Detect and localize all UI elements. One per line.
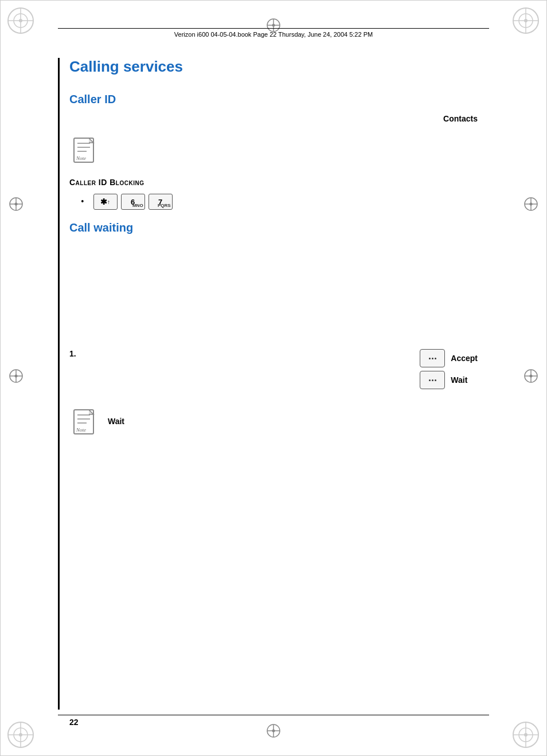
accept-label: Accept — [451, 354, 478, 363]
star-key: ✱ ↑ — [93, 194, 118, 210]
bottom-divider — [58, 715, 489, 715]
wait-key-icon — [420, 371, 445, 389]
accept-row: Accept — [420, 349, 478, 367]
key-6-mno: 6 MNO — [121, 194, 145, 210]
note-wait-label: Wait — [108, 417, 124, 426]
svg-point-31 — [15, 203, 18, 206]
left-bar — [58, 58, 60, 710]
wait-label: Wait — [451, 375, 467, 385]
mid-marker-right-top — [522, 195, 540, 213]
accept-key-icon — [420, 349, 445, 367]
svg-point-14 — [19, 733, 22, 737]
svg-text:Note: Note — [76, 155, 86, 161]
step1-keys: Accept Wait — [420, 349, 478, 389]
blocking-keys-row: • ✱ ↑ 6 MNO 7 PQRS — [69, 194, 478, 210]
svg-point-35 — [15, 375, 18, 378]
accept-key-dots — [429, 358, 436, 359]
svg-point-27 — [272, 730, 275, 733]
mid-marker-left-mid — [7, 367, 25, 385]
note-area-2: Note Wait — [69, 406, 478, 438]
mid-marker-bottom — [265, 722, 282, 739]
caller-id-title: Caller ID — [69, 93, 478, 106]
svg-point-19 — [524, 733, 528, 737]
svg-point-43 — [530, 375, 533, 378]
svg-text:Note: Note — [76, 427, 86, 433]
bullet-point: • — [81, 197, 84, 207]
caller-id-blocking-title: Caller ID Blocking — [69, 178, 478, 187]
contacts-label: Contacts — [69, 114, 478, 123]
svg-point-23 — [272, 24, 275, 27]
call-waiting-title: Call waiting — [69, 221, 478, 234]
page-number: 22 — [69, 718, 79, 727]
svg-point-39 — [530, 203, 533, 206]
main-title: Calling services — [69, 58, 478, 76]
wait-row: Wait — [420, 371, 467, 389]
note-icon-1: Note — [69, 135, 101, 166]
corner-marker-tl — [5, 5, 37, 37]
caller-id-blocking-section: Caller ID Blocking • ✱ ↑ 6 MNO 7 PQRS — [69, 178, 478, 210]
note-icon-2: Note — [69, 406, 101, 438]
corner-marker-tr — [510, 5, 542, 37]
svg-point-9 — [524, 19, 528, 22]
content-area: Calling services Caller ID Contacts Note… — [69, 58, 478, 710]
note-icon-area-1: Note — [69, 135, 478, 166]
header-text: Verizon i600 04-05-04.book Page 22 Thurs… — [174, 31, 373, 38]
key-7-pqrs: 7 PQRS — [149, 194, 173, 210]
step1-number: 1. — [69, 349, 84, 358]
page-container: Verizon i600 04-05-04.book Page 22 Thurs… — [0, 0, 547, 756]
corner-marker-bl — [5, 719, 37, 751]
svg-point-4 — [19, 19, 22, 22]
corner-marker-br — [510, 719, 542, 751]
mid-marker-left-top — [7, 195, 25, 213]
step1-container: 1. Accept — [69, 349, 478, 389]
wait-key-dots — [429, 379, 436, 381]
mid-marker-right-mid — [522, 367, 540, 385]
header-bar: Verizon i600 04-05-04.book Page 22 Thurs… — [58, 28, 489, 38]
